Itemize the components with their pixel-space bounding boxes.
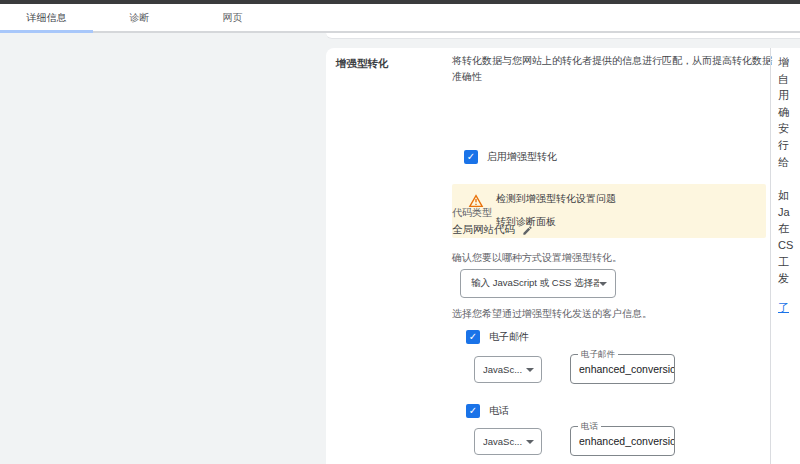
email-source-value: JavaSc... [483,364,522,375]
help-line: 行 [778,137,800,154]
customer-info-prompt: 选择您希望通过增强型转化发送的客户信息。 [452,307,652,321]
help-panel-clipped-text: 增 自 用 确 安 行 给 如 Ja 在 CS 工 发 了 [778,54,800,315]
help-line: Ja [778,204,800,221]
email-selector-input[interactable]: 电子邮件 enhanced_conversion [570,354,675,384]
email-input-label: 电子邮件 [578,349,618,361]
help-line: 安 [778,120,800,137]
help-line: 在 [778,220,800,237]
phone-checkbox-row: ✓ 电话 [466,404,509,418]
enable-checkbox-label: 启用增强型转化 [487,150,557,164]
tag-type-label: 代码类型 [452,206,492,220]
email-source-dropdown[interactable]: JavaSc... [474,356,542,383]
phone-checkbox-label: 电话 [489,404,509,418]
phone-checkbox[interactable]: ✓ [466,404,480,418]
warning-message: 检测到增强型转化设置问题 [496,192,616,206]
email-checkbox-label: 电子邮件 [489,330,529,344]
phone-source-dropdown[interactable]: JavaSc... [474,428,542,455]
previous-card-edge [326,33,800,39]
edit-pencil-icon[interactable] [522,225,533,236]
help-line: 给 [778,154,800,171]
help-line: 用 [778,87,800,104]
chevron-down-icon [599,282,607,286]
tab-webpages[interactable]: 网页 [186,4,279,31]
help-line: 自 [778,71,800,88]
help-line: CS [778,237,800,254]
method-dropdown[interactable]: 输入 JavaScript 或 CSS 选择器 [460,269,616,298]
email-checkbox[interactable]: ✓ [466,330,480,344]
phone-input-label: 电话 [578,421,601,433]
tab-bar: 详细信息 诊断 网页 [0,4,800,33]
help-line: 如 [778,187,800,204]
enable-enhanced-conversions-row: ✓ 启用增强型转化 [464,150,557,164]
method-dropdown-value: 输入 JavaScript 或 CSS 选择器 [471,277,599,290]
method-prompt: 确认您要以哪种方式设置增强型转化。 [452,251,622,265]
chevron-down-icon [526,368,534,372]
help-panel-divider [770,48,771,464]
learn-more-link[interactable]: 了 [778,299,800,316]
enhanced-conversions-card: 增强型转化 将转化数据与您网站上的转化者提供的信息进行匹配，从而提高转化数据准确… [326,48,800,464]
tab-details[interactable]: 详细信息 [0,4,93,31]
tag-type-value: 全局网站代码 [452,223,515,237]
help-line: 工 [778,254,800,271]
tab-diagnostics[interactable]: 诊断 [93,4,186,31]
help-line: 增 [778,54,800,71]
help-line: 发 [778,270,800,287]
chevron-down-icon [526,440,534,444]
tag-type-row: 全局网站代码 [452,223,533,237]
phone-source-value: JavaSc... [483,436,522,447]
email-checkbox-row: ✓ 电子邮件 [466,330,529,344]
help-line: 确 [778,104,800,121]
section-title: 增强型转化 [336,57,389,71]
section-description: 将转化数据与您网站上的转化者提供的信息进行匹配，从而提高转化数据准确性 [452,53,774,85]
enable-checkbox[interactable]: ✓ [464,150,478,164]
phone-selector-input[interactable]: 电话 enhanced_conversion [570,426,675,456]
